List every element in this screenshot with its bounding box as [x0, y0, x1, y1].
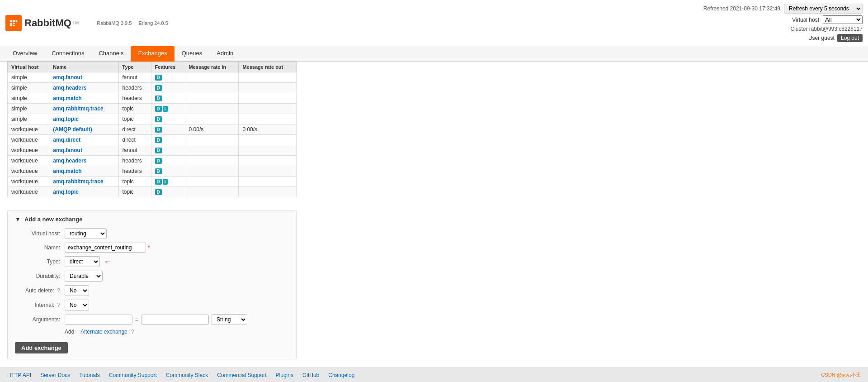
exchange-name-link[interactable]: amq.fanout — [53, 147, 82, 153]
internal-form-select[interactable]: NoYes — [65, 300, 89, 310]
col-rate-out: Message rate out — [239, 62, 297, 72]
cell-name[interactable]: amq.headers — [49, 156, 118, 166]
table-row: workqueueamq.rabbitmq.tracetopicDI — [8, 177, 297, 187]
header: RabbitMQTM RabbitMQ 3.9.5 Erlang 24.0.5 … — [0, 0, 868, 46]
cell-name[interactable]: amq.fanout — [49, 72, 118, 83]
argument-type-select[interactable]: StringNumberBooleanList — [212, 314, 247, 325]
cell-badges: D — [151, 166, 185, 177]
argument-value-input[interactable] — [141, 315, 209, 325]
vhost-header-select[interactable]: All routing simple workqueue / — [823, 15, 863, 24]
cell-vhost: workqueue — [8, 177, 49, 187]
table-row: workqueue(AMQP default)directD0.00/s0.00… — [8, 124, 297, 135]
add-exchange-section: ▼ Add a new exchange Virtual host: routi… — [7, 210, 297, 359]
exchange-name-link[interactable]: amq.direct — [53, 137, 80, 143]
vhost-form-select[interactable]: routingsimpleworkqueue/ — [65, 228, 107, 239]
cell-rate-in — [185, 177, 239, 187]
cell-name[interactable]: amq.rabbitmq.trace — [49, 104, 118, 114]
cell-name[interactable]: amq.match — [49, 166, 118, 177]
exchange-name-link[interactable]: amq.topic — [53, 116, 79, 122]
vhost-row-form: Virtual host: routingsimpleworkqueue/ — [15, 228, 289, 239]
cell-name[interactable]: amq.direct — [49, 135, 118, 145]
refreshed-label: Refreshed 2021-09-30 17:32:49 — [703, 5, 780, 12]
auto-delete-form-select[interactable]: NoYes — [65, 285, 89, 296]
cell-name[interactable]: amq.topic — [49, 114, 118, 124]
alternate-help-icon[interactable]: ? — [131, 329, 134, 335]
cell-name[interactable]: amq.topic — [49, 187, 118, 197]
exchange-name-link[interactable]: amq.match — [53, 95, 81, 101]
cell-rate-out — [239, 114, 297, 124]
col-vhost: Virtual host — [8, 62, 49, 72]
svg-rect-1 — [13, 20, 15, 22]
cell-name[interactable]: amq.headers — [49, 83, 118, 93]
durable-badge: D — [155, 148, 162, 153]
vhost-label: Virtual host — [792, 17, 819, 23]
type-form-select[interactable]: directfanoutheaderstopic — [65, 256, 100, 267]
exchanges-scrollable: Virtual host Name Type Features Message … — [7, 62, 861, 203]
cell-badges: D — [151, 83, 185, 93]
refresh-select[interactable]: Refresh every 5 seconds Refresh every 10… — [784, 4, 863, 14]
exchange-name-link[interactable]: amq.headers — [53, 85, 86, 91]
cell-badges: D — [151, 135, 185, 145]
cell-name[interactable]: amq.match — [49, 93, 118, 104]
cell-name[interactable]: amq.fanout — [49, 145, 118, 156]
cell-rate-out — [239, 72, 297, 83]
nav-overview[interactable]: Overview — [5, 46, 44, 62]
nav-connections[interactable]: Connections — [44, 46, 91, 62]
cell-type: topic — [118, 177, 151, 187]
internal-help-icon[interactable]: ? — [57, 302, 60, 308]
cell-rate-in — [185, 104, 239, 114]
auto-delete-row-form: Auto delete: ? NoYes — [15, 285, 289, 296]
cell-rate-in — [185, 135, 239, 145]
cell-rate-in: 0.00/s — [185, 124, 239, 135]
cell-rate-out — [239, 187, 297, 197]
type-form-label: Type: — [15, 258, 65, 265]
main-content: Virtual host Name Type Features Message … — [0, 62, 868, 367]
user-row: User guest Log out — [808, 34, 863, 42]
nav-channels[interactable]: Channels — [91, 46, 131, 62]
durability-row-form: Durability: DurableTransient — [15, 271, 289, 282]
cell-rate-out: 0.00/s — [239, 124, 297, 135]
exchange-name-link[interactable]: amq.rabbitmq.trace — [53, 178, 103, 185]
exchange-name-link[interactable]: (AMQP default) — [53, 126, 92, 133]
vhost-row: Virtual host All routing simple workqueu… — [792, 15, 863, 24]
cell-rate-in — [185, 166, 239, 177]
cell-rate-in — [185, 156, 239, 166]
internal-row-form: Internal: ? NoYes — [15, 300, 289, 310]
durable-badge: D — [155, 75, 162, 81]
table-row: simpleamq.rabbitmq.tracetopicDI — [8, 104, 297, 114]
add-exchange-button[interactable]: Add exchange — [15, 342, 68, 353]
nav-exchanges[interactable]: Exchanges — [131, 46, 174, 62]
exchange-name-link[interactable]: amq.fanout — [53, 74, 82, 81]
nav-queues[interactable]: Queues — [175, 46, 210, 62]
exchange-name-link[interactable]: amq.rabbitmq.trace — [53, 105, 103, 112]
cell-rate-out — [239, 177, 297, 187]
exchange-name-link[interactable]: amq.match — [53, 168, 81, 174]
durability-form-select[interactable]: DurableTransient — [65, 271, 103, 282]
argument-key-input[interactable] — [65, 315, 132, 325]
col-rate-in: Message rate in — [185, 62, 239, 72]
table-row: workqueueamq.headersheadersD — [8, 156, 297, 166]
nav-admin[interactable]: Admin — [209, 46, 241, 62]
name-input[interactable] — [65, 243, 146, 253]
auto-delete-help-icon[interactable]: ? — [57, 287, 60, 294]
cell-rate-in — [185, 145, 239, 156]
alternate-exchange-link[interactable]: Alternate exchange — [80, 329, 127, 335]
exchange-name-link[interactable]: amq.headers — [53, 158, 86, 164]
cell-name[interactable]: (AMQP default) — [49, 124, 118, 135]
type-row-form: Type: directfanoutheaderstopic ← — [15, 256, 289, 267]
cell-vhost: simple — [8, 83, 49, 93]
logout-button[interactable]: Log out — [837, 34, 863, 42]
cell-badges: D — [151, 114, 185, 124]
cell-vhost: workqueue — [8, 135, 49, 145]
cell-badges: D — [151, 124, 185, 135]
exchanges-table: Virtual host Name Type Features Message … — [7, 62, 297, 197]
cell-vhost: workqueue — [8, 124, 49, 135]
exchange-name-link[interactable]: amq.topic — [53, 189, 79, 195]
table-row: simpleamq.fanoutfanoutD — [8, 72, 297, 83]
cell-type: topic — [118, 114, 151, 124]
cell-name[interactable]: amq.rabbitmq.trace — [49, 177, 118, 187]
svg-rect-4 — [13, 23, 15, 24]
cell-rate-out — [239, 135, 297, 145]
add-exchange-header[interactable]: ▼ Add a new exchange — [15, 216, 289, 223]
cell-vhost: workqueue — [8, 166, 49, 177]
